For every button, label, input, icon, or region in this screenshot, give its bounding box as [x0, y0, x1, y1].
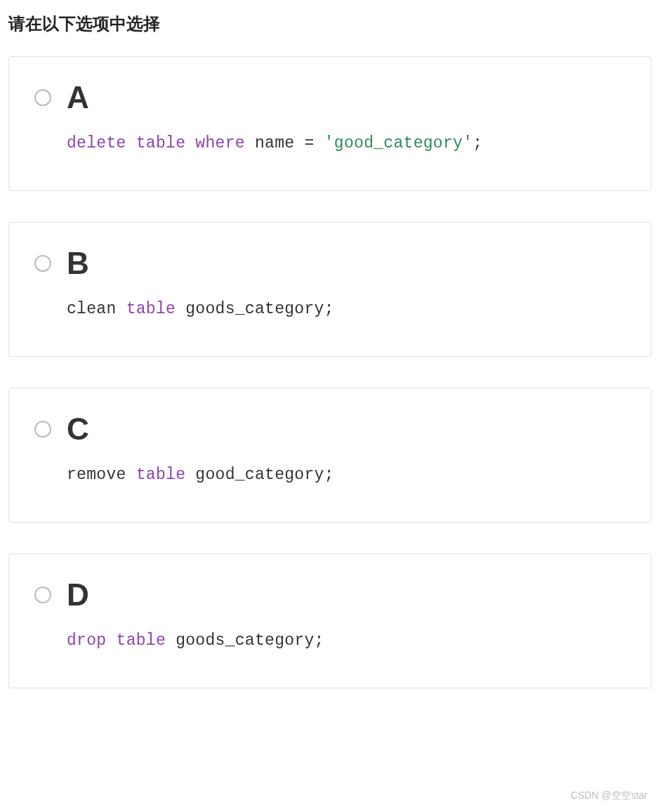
code-token: remove — [67, 466, 136, 484]
option-card-b[interactable]: Bclean table goods_category; — [8, 222, 652, 357]
code-token: = — [305, 134, 315, 152]
code-token — [106, 631, 116, 650]
code-block: clean table goods_category; — [67, 300, 626, 318]
code-token: name — [245, 134, 305, 152]
code-token: goods_category; — [166, 631, 324, 650]
code-block: delete table where name = 'good_category… — [67, 134, 626, 152]
option-card-a[interactable]: Adelete table where name = 'good_categor… — [8, 56, 652, 191]
code-token — [315, 134, 324, 152]
code-token — [126, 134, 136, 152]
code-block: remove table good_category; — [67, 466, 626, 484]
code-token: table — [126, 300, 176, 318]
code-token: clean — [67, 300, 126, 318]
option-header: C — [34, 414, 626, 445]
radio-icon[interactable] — [34, 587, 51, 603]
code-token — [185, 134, 195, 152]
code-token: table — [117, 631, 166, 650]
option-letter: C — [67, 414, 89, 445]
radio-icon[interactable] — [34, 255, 51, 272]
option-letter: D — [67, 579, 89, 610]
code-token: drop — [67, 631, 106, 650]
code-token: table — [136, 466, 186, 484]
options-container: Adelete table where name = 'good_categor… — [8, 56, 652, 688]
code-token: table — [136, 134, 186, 152]
option-card-d[interactable]: Ddrop table goods_category; — [8, 554, 652, 688]
radio-icon[interactable] — [34, 421, 51, 438]
question-title: 请在以下选项中选择 — [8, 13, 652, 35]
code-token: good_category; — [185, 466, 334, 484]
code-token: goods_category; — [176, 300, 334, 318]
code-token: where — [195, 134, 245, 152]
radio-icon[interactable] — [34, 89, 51, 106]
option-letter: A — [67, 82, 89, 113]
option-header: D — [34, 579, 626, 610]
code-token: 'good_category' — [324, 134, 473, 152]
option-header: A — [34, 82, 626, 113]
option-letter: B — [67, 248, 89, 279]
code-token: ; — [473, 134, 482, 152]
code-token: delete — [67, 134, 126, 152]
option-header: B — [34, 248, 626, 279]
option-card-c[interactable]: Cremove table good_category; — [8, 388, 652, 523]
code-block: drop table goods_category; — [67, 631, 626, 650]
